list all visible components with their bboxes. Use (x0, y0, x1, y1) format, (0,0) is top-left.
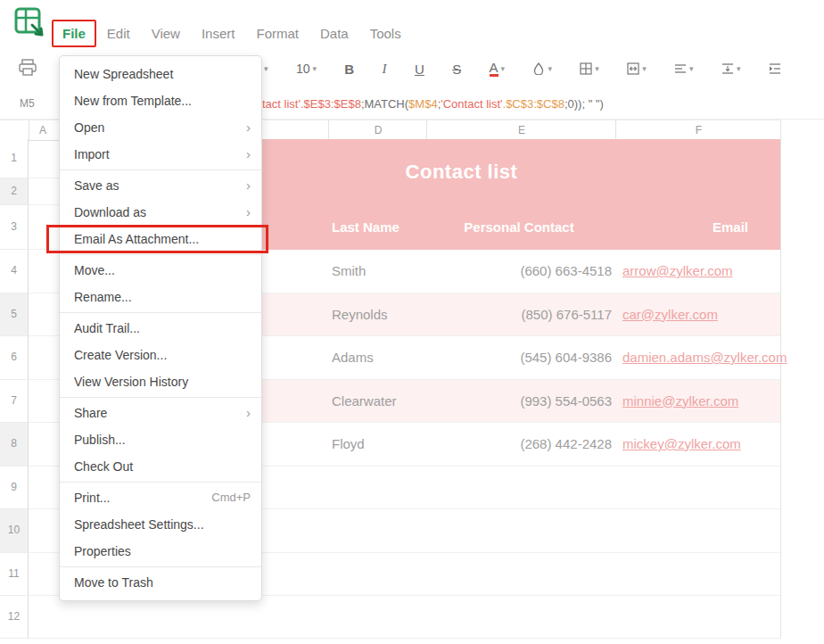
email-link[interactable]: mickey@zylker.com (622, 436, 741, 451)
merge-cells-button[interactable]: ▾ (627, 62, 647, 75)
cell-email: arrow@zylker.com (622, 250, 780, 293)
menubar-item-file[interactable]: File (52, 20, 96, 47)
column-header-e[interactable]: E (426, 120, 616, 140)
sheet-app-logo-icon[interactable] (12, 5, 46, 39)
indent-button[interactable] (769, 62, 781, 75)
cell-last-name[interactable]: Clearwater (332, 380, 424, 424)
menu-item-open[interactable]: Open› (60, 114, 261, 141)
font-size-select[interactable]: 10▾ (296, 62, 317, 76)
menubar-item-tools[interactable]: Tools (359, 20, 412, 47)
menu-item-label: Email As Attachment... (74, 226, 199, 252)
menu-item-new-from-template[interactable]: New from Template... (60, 87, 261, 114)
menu-item-spreadsheet-settings[interactable]: Spreadsheet Settings... (60, 511, 261, 538)
cell-last-name[interactable]: Floyd (332, 423, 424, 466)
menu-item-label: Import (74, 141, 110, 168)
formula-input[interactable]: tact list'.$E$3:$E$8;MATCH($M$4;'Contact… (262, 89, 784, 119)
chevron-right-icon: › (246, 141, 251, 168)
grid-row-12[interactable] (29, 596, 780, 639)
menu-item-label: Print... (74, 484, 110, 511)
menu-item-download-as[interactable]: Download as› (60, 199, 261, 226)
menu-item-label: Download as (74, 199, 146, 226)
text-color-button[interactable]: A▾ (490, 61, 506, 78)
row-header-8[interactable]: 8 (0, 423, 29, 466)
menu-item-share[interactable]: Share› (60, 400, 261, 426)
chevron-down-icon: ▾ (642, 65, 647, 73)
row-header-3[interactable]: 3 (0, 205, 29, 250)
email-link[interactable]: damien.adams@zylker.com (622, 350, 787, 365)
horizontal-align-button[interactable]: ▾ (674, 62, 694, 75)
row-header-4[interactable]: 4 (0, 250, 29, 293)
row-header-11[interactable]: 11 (0, 553, 29, 597)
chevron-down-icon: ▾ (548, 65, 552, 73)
strikethrough-button-label: S (452, 62, 461, 77)
row-header-9[interactable]: 9 (0, 466, 29, 510)
menu-item-audit-trail[interactable]: Audit Trail... (60, 315, 261, 342)
email-link[interactable]: car@zylker.com (622, 307, 718, 322)
chevron-right-icon: › (246, 400, 251, 426)
strikethrough-button[interactable]: S (452, 62, 461, 77)
menu-item-move-to-trash[interactable]: Move to Trash (60, 569, 261, 596)
row-header-12[interactable]: 12 (0, 596, 29, 639)
row-header-7[interactable]: 7 (0, 380, 29, 424)
menu-separator (60, 312, 261, 313)
row-header-2[interactable]: 2 (0, 178, 29, 205)
menu-item-label: Properties (74, 538, 131, 565)
menu-item-new-spreadsheet[interactable]: New Spreadsheet (60, 61, 261, 87)
menu-item-properties[interactable]: Properties (60, 538, 261, 565)
cell-email: minnie@zylker.com (622, 380, 780, 424)
bold-button[interactable]: B (344, 62, 354, 77)
borders-button[interactable]: ▾ (580, 62, 599, 75)
align-icon (674, 62, 687, 75)
menu-item-view-version-history[interactable]: View Version History (60, 368, 261, 395)
cell-phone[interactable]: (850) 676-5117 (426, 293, 612, 337)
menu-item-import[interactable]: Import› (60, 141, 261, 168)
select-all-corner[interactable] (0, 120, 29, 140)
cell-phone[interactable]: (993) 554-0563 (426, 380, 612, 424)
row-header-5[interactable]: 5 (0, 293, 29, 337)
cell-phone[interactable]: (545) 604-9386 (426, 336, 612, 380)
row-header-1[interactable]: 1 (0, 139, 29, 178)
italic-button-label: I (383, 62, 387, 77)
menu-separator (60, 566, 261, 567)
menu-item-rename[interactable]: Rename... (60, 284, 261, 310)
cell-phone[interactable]: (660) 663-4518 (426, 250, 612, 293)
cell-last-name[interactable]: Smith (332, 250, 424, 293)
underline-button[interactable]: U (415, 62, 424, 77)
menu-item-label: Move... (74, 257, 115, 284)
email-link[interactable]: arrow@zylker.com (622, 263, 733, 278)
cell-phone[interactable]: (268) 442-2428 (426, 423, 612, 466)
cell-email: damien.adams@zylker.com (622, 336, 780, 380)
menu-item-move[interactable]: Move... (60, 257, 261, 284)
menu-separator (60, 169, 261, 170)
menubar-item-edit[interactable]: Edit (96, 20, 141, 47)
underline-button-label: U (415, 62, 424, 77)
menu-item-label: Open (74, 114, 104, 141)
cell-last-name[interactable]: Adams (332, 336, 424, 380)
font-family-chevron[interactable]: ▾ (264, 65, 268, 73)
menubar-item-insert[interactable]: Insert (191, 20, 246, 47)
cell-last-name[interactable]: Reynolds (332, 293, 424, 337)
row-header-6[interactable]: 6 (0, 336, 29, 380)
column-header-f[interactable]: F (615, 120, 781, 140)
email-link[interactable]: minnie@zylker.com (622, 393, 738, 409)
menu-item-label: Rename... (74, 284, 132, 310)
chevron-down-icon: ▾ (264, 65, 268, 73)
vertical-align-button[interactable]: ▾ (721, 62, 741, 75)
fill-color-button[interactable]: ▾ (532, 62, 552, 75)
menu-item-save-as[interactable]: Save as› (60, 172, 261, 199)
cell-reference-box[interactable]: M5 (12, 89, 35, 119)
column-header-a[interactable]: A (29, 120, 56, 140)
column-header-d[interactable]: D (328, 120, 427, 140)
menubar-item-format[interactable]: Format (245, 20, 309, 47)
menubar-item-view[interactable]: View (141, 20, 191, 47)
menu-item-check-out[interactable]: Check Out (60, 453, 261, 480)
menubar-item-data[interactable]: Data (309, 20, 359, 47)
print-icon[interactable] (18, 59, 37, 77)
menu-item-create-version[interactable]: Create Version... (60, 342, 261, 368)
chevron-down-icon: ▾ (312, 65, 317, 73)
menu-item-email-as-attachment[interactable]: Email As Attachment... (60, 226, 261, 252)
italic-button[interactable]: I (383, 62, 387, 77)
row-header-10[interactable]: 10 (0, 509, 29, 553)
menu-item-print[interactable]: Print...Cmd+P (60, 484, 261, 511)
menu-item-publish[interactable]: Publish... (60, 426, 261, 453)
